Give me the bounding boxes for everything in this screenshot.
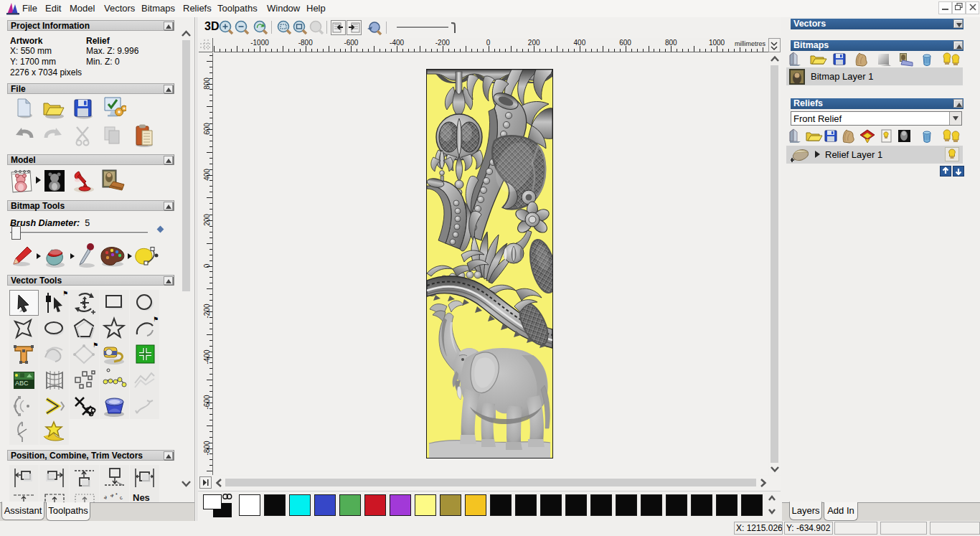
svg-text:ABC: ABC	[15, 380, 29, 387]
svg-text:*: *	[116, 492, 118, 497]
svg-text:c: c	[118, 495, 123, 501]
svg-text:a: a	[103, 494, 108, 500]
svg-text:a: a	[110, 492, 116, 498]
